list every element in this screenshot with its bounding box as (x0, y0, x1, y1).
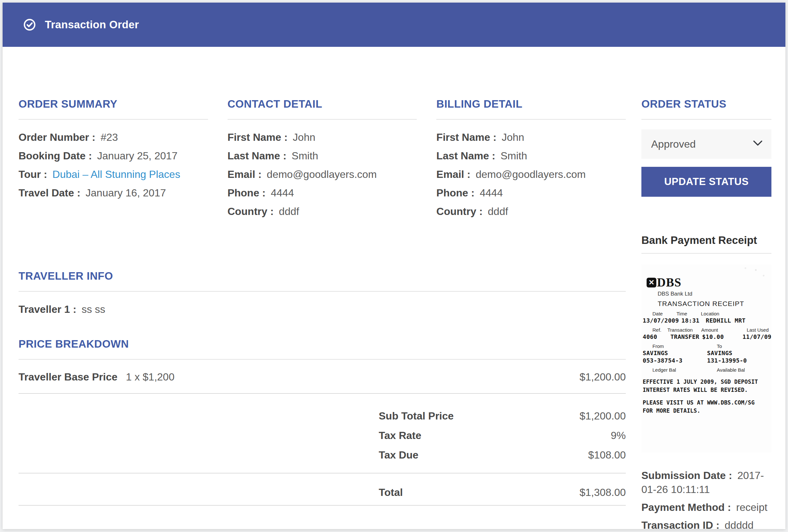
divider (19, 473, 626, 473)
booking-date-row: Booking Date :January 25, 2017 (19, 149, 208, 162)
base-price-row: Traveller Base Price 1 x $1,200 $1,200.0… (19, 370, 626, 383)
field-value: receipt (736, 501, 768, 513)
field-label: First Name : (436, 131, 496, 143)
main-column: ORDER SUMMARY Order Number :#23 Booking … (19, 47, 626, 529)
field-label: Country : (436, 205, 482, 217)
divider (19, 505, 626, 506)
billing-detail-section: BILLING DETAIL First Name :John Last Nam… (436, 97, 626, 223)
check-circle-icon (23, 19, 36, 31)
total-value: $1,308.00 (579, 486, 626, 499)
base-price-label: Traveller Base Price (19, 370, 117, 383)
field-value: Smith (500, 150, 527, 162)
field-value: 4444 (480, 187, 503, 199)
field-value: ss ss (82, 303, 105, 315)
divider (19, 291, 626, 292)
field-value: dddf (279, 205, 299, 217)
total-row: Total $1,308.00 (19, 486, 626, 499)
receipt-amount-value: $10.00 (702, 333, 743, 340)
field-label: Email : (436, 169, 470, 180)
field-label: Traveller 1 : (19, 303, 76, 315)
traveller-info-heading: TRAVELLER INFO (19, 269, 626, 282)
divider (228, 119, 417, 120)
field-label: Travel Date : (19, 187, 80, 199)
tour-row: Tour :Dubai – All Stunning Places (19, 168, 208, 181)
receipt-to-label: To (706, 343, 771, 349)
field-value: 4444 (271, 187, 294, 199)
order-status-section: ORDER STATUS Approved UPDATE STATUS (642, 97, 771, 197)
receipt-notice: EFFECTIVE 1 JULY 2009, SGD DEPOSIT INTER… (643, 378, 771, 394)
subtotal-label: Sub Total Price (379, 409, 454, 422)
travel-date-row: Travel Date :January 16, 2017 (19, 186, 208, 199)
order-number-row: Order Number :#23 (19, 131, 208, 144)
base-price-amount: $1,200.00 (579, 370, 626, 383)
contact-detail-section: CONTACT DETAIL First Name :John Last Nam… (228, 97, 417, 223)
order-summary-heading: ORDER SUMMARY (19, 97, 208, 111)
receipt-transaction-value: TRANSFER (670, 333, 702, 340)
receipt-transaction-label: Transaction (667, 327, 701, 333)
phone-row: Phone :4444 (228, 186, 417, 199)
contact-detail-heading: CONTACT DETAIL (228, 97, 417, 111)
divider (642, 253, 771, 254)
dbs-logo-text: DBS (657, 275, 682, 290)
update-status-button[interactable]: UPDATE STATUS (642, 167, 771, 197)
field-label: Booking Date : (19, 150, 92, 162)
field-label: Email : (228, 169, 262, 180)
receipt-location-label: Location (701, 311, 771, 316)
field-label: Order Number : (19, 131, 95, 143)
traveller-info-section: TRAVELLER INFO Traveller 1 :ss ss (19, 269, 626, 316)
field-value: demo@goodlayers.com (476, 169, 586, 180)
billing-detail-heading: BILLING DETAIL (436, 97, 626, 111)
country-row: Country :dddf (228, 205, 417, 218)
receipt-location-value: REDHILL MRT (706, 317, 771, 324)
tax-due-label: Tax Due (379, 449, 418, 461)
transaction-id-row: Transaction ID :ddddd (642, 518, 771, 529)
price-breakdown-section: PRICE BREAKDOWN Traveller Base Price 1 x… (19, 337, 626, 506)
submission-date-row: Submission Date :2017-01-26 10:11:11 (642, 469, 771, 496)
tax-rate-label: Tax Rate (379, 429, 421, 442)
field-label: Last Name : (436, 150, 495, 162)
tax-rate-value: 9% (611, 429, 626, 442)
status-select-wrap: Approved (642, 130, 771, 159)
receipt-from-type: SAVINGS (642, 350, 706, 356)
transaction-order-card: Transaction Order ORDER SUMMARY Order Nu… (3, 3, 785, 529)
divider (642, 119, 771, 120)
receipt-from-account: 053-38754-3 (642, 357, 706, 364)
field-value: January 16, 2017 (85, 187, 166, 199)
divider (436, 119, 626, 120)
first-name-row: First Name :John (228, 131, 417, 144)
divider (19, 393, 626, 394)
email-row: Email :demo@goodlayers.com (436, 168, 626, 181)
bank-payment-receipt-heading: Bank Payment Receipt (642, 234, 771, 247)
receipt-ref-value: 4060 (642, 333, 670, 340)
field-value: Smith (292, 150, 318, 162)
total-label: Total (379, 486, 403, 499)
dbs-logo: ✕ DBS (647, 275, 771, 290)
order-summary-section: ORDER SUMMARY Order Number :#23 Booking … (19, 97, 208, 223)
field-label: Phone : (436, 187, 474, 199)
subtotal-row: Sub Total Price $1,200.00 (19, 409, 626, 422)
dbs-logo-mark-icon: ✕ (647, 278, 656, 288)
order-status-heading: ORDER STATUS (642, 97, 771, 111)
traveller-row: Traveller 1 :ss ss (19, 303, 626, 316)
payment-method-row: Payment Method :receipt (642, 500, 771, 514)
field-value: demo@goodlayers.com (267, 169, 377, 180)
field-value: January 25, 2017 (97, 150, 177, 162)
page-header: Transaction Order (3, 3, 785, 47)
subtotal-value: $1,200.00 (579, 409, 626, 422)
sidebar: ORDER STATUS Approved UPDATE STATUS Bank… (642, 47, 771, 529)
field-label: Tour : (19, 169, 47, 180)
phone-row: Phone :4444 (436, 186, 626, 199)
base-price-detail: 1 x $1,200 (126, 370, 174, 383)
field-value: John (501, 131, 524, 143)
receipt-bank-name: DBS Bank Ltd (658, 291, 771, 297)
divider (19, 119, 208, 120)
receipt-ref-label: Ref. (642, 327, 667, 333)
field-value: #23 (100, 131, 118, 143)
receipt-last-used-value: 11/07/09 (743, 333, 771, 340)
page-content: ORDER SUMMARY Order Number :#23 Booking … (3, 47, 785, 529)
receipt-image: ✕ DBS DBS Bank Ltd TRANSACTION RECEIPT D… (642, 264, 771, 452)
receipt-ledger-bal-label: Ledger Bal (642, 367, 706, 373)
tour-link[interactable]: Dubai – All Stunning Places (52, 169, 180, 180)
receipt-last-used-label: Last Used (747, 327, 771, 333)
status-select[interactable]: Approved (642, 130, 771, 159)
